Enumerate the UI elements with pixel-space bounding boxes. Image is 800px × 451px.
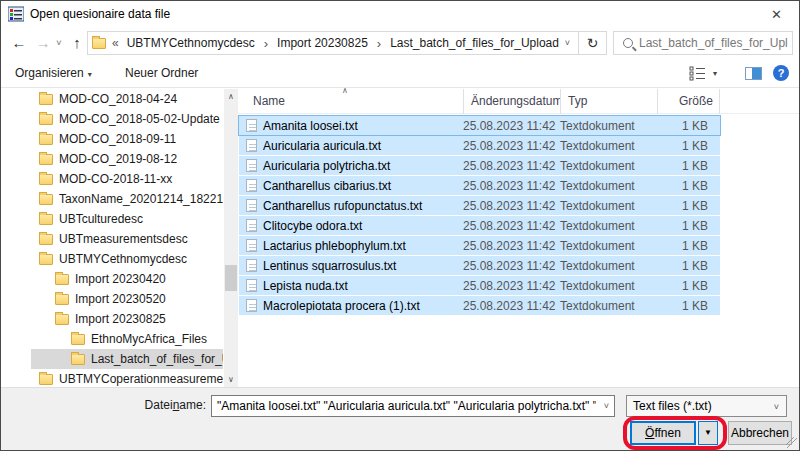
tree-item-label: MOD-CO_2019-08-12 bbox=[59, 149, 177, 169]
back-icon[interactable]: ← bbox=[9, 31, 29, 55]
close-icon[interactable]: ✕ bbox=[754, 1, 799, 27]
up-icon[interactable]: ↑ bbox=[67, 31, 87, 55]
text-file-icon bbox=[246, 139, 257, 152]
breadcrumb-separator: › bbox=[370, 36, 388, 51]
tree-item[interactable]: UBTmeasurementsdesc bbox=[31, 229, 223, 249]
file-type: Textdokument bbox=[560, 279, 657, 293]
column-header-date[interactable]: Änderungsdatum bbox=[464, 89, 561, 114]
tree-item[interactable]: UBTMYCethnomycdesc bbox=[31, 249, 223, 269]
tree-item[interactable]: MOD-CO-2018-11-xx bbox=[31, 169, 223, 189]
file-row[interactable]: Lactarius phlebophylum.txt 25.08.2023 11… bbox=[239, 236, 720, 255]
file-type: Textdokument bbox=[560, 179, 657, 193]
tree-scrollbar[interactable]: ∧ ∨ bbox=[224, 89, 238, 387]
filename-input[interactable] bbox=[211, 395, 615, 417]
file-name: Lepista nuda.txt bbox=[263, 279, 463, 293]
forward-icon[interactable]: → bbox=[33, 31, 53, 55]
folder-icon bbox=[39, 214, 53, 225]
address-bar[interactable]: « UBTMYCethnomycdesc › Import 20230825 ›… bbox=[87, 31, 579, 55]
file-size: 1 KB bbox=[657, 199, 712, 213]
history-chevron-icon[interactable]: ˅ bbox=[53, 31, 65, 55]
file-name: Macrolepiotata procera (1).txt bbox=[263, 299, 463, 313]
organize-menu[interactable]: Organisieren▾ bbox=[9, 59, 98, 87]
filetype-dropdown-icon: ˅ bbox=[774, 397, 779, 417]
file-row[interactable]: Cantharellus rufopunctatus.txt 25.08.202… bbox=[239, 196, 720, 215]
file-size: 1 KB bbox=[657, 119, 712, 133]
navigation-row: ← → ˅ ↑ « UBTMYCethnomycdesc › Import 20… bbox=[1, 27, 799, 59]
file-date: 25.08.2023 11:42 bbox=[463, 219, 560, 233]
search-box[interactable] bbox=[613, 31, 793, 55]
column-header-name[interactable]: Name bbox=[246, 89, 464, 114]
tree-item[interactable]: MOD-CO_2018-09-11 bbox=[31, 129, 223, 149]
text-file-icon bbox=[246, 239, 257, 252]
resize-grip[interactable] bbox=[786, 437, 797, 448]
file-row[interactable]: Amanita loosei.txt 25.08.2023 11:42 Text… bbox=[239, 116, 720, 135]
refresh-button[interactable]: ↻ bbox=[579, 31, 607, 55]
file-row[interactable]: Auricularia polytricha.txt 25.08.2023 11… bbox=[239, 156, 720, 175]
new-folder-button[interactable]: Neuer Ordner bbox=[119, 59, 204, 87]
tree-item[interactable]: UBTMYCoperationmeasurementsdes bbox=[31, 369, 223, 387]
search-input[interactable] bbox=[639, 36, 792, 50]
search-icon bbox=[623, 38, 633, 48]
tree-item[interactable]: UBTculturedesc bbox=[31, 209, 223, 229]
view-list-icon[interactable] bbox=[689, 66, 707, 81]
filename-label: Dateiname: bbox=[1, 398, 206, 412]
scroll-up-icon[interactable]: ∧ bbox=[224, 89, 238, 104]
folder-icon bbox=[39, 114, 53, 125]
tree-item[interactable]: MOD-CO_2018-05-02-Update bbox=[31, 109, 223, 129]
open-split-arrow-icon[interactable]: ▼ bbox=[698, 421, 718, 445]
folder-icon bbox=[39, 174, 53, 185]
file-date: 25.08.2023 11:42 bbox=[463, 299, 560, 313]
file-type: Textdokument bbox=[560, 199, 657, 213]
folder-icon bbox=[55, 294, 69, 305]
command-bar: Organisieren▾ Neuer Ordner ▾ ? bbox=[1, 59, 799, 88]
cancel-button[interactable]: Abbrechen bbox=[728, 421, 792, 445]
file-row[interactable]: Lepista nuda.txt 25.08.2023 11:42 Textdo… bbox=[239, 276, 720, 295]
tree-item[interactable]: Import 20230420 bbox=[31, 269, 223, 289]
tree-item[interactable]: Last_batch_of_files_for_Upload bbox=[31, 349, 223, 369]
tree-item-label: UBTMYCethnomycdesc bbox=[59, 249, 187, 269]
address-dropdown-icon[interactable]: ˅ bbox=[565, 38, 570, 48]
list-header: ∧ Name Änderungsdatum Typ Größe bbox=[239, 89, 799, 114]
breadcrumb-segment[interactable]: Last_batch_of_files_for_Upload bbox=[388, 36, 561, 50]
breadcrumb-segment[interactable]: UBTMYCethnomycdesc bbox=[125, 36, 257, 50]
tree-item[interactable]: MOD-CO_2018-04-24 bbox=[31, 89, 223, 109]
breadcrumb-overflow[interactable]: « bbox=[112, 36, 119, 50]
preview-pane-icon[interactable] bbox=[745, 67, 762, 80]
file-row[interactable]: Macrolepiotata procera (1).txt 25.08.202… bbox=[239, 296, 720, 315]
view-options-chevron-icon[interactable]: ▾ bbox=[713, 69, 717, 78]
file-type: Textdokument bbox=[560, 139, 657, 153]
tree-item[interactable]: Import 20230520 bbox=[31, 289, 223, 309]
scrollbar-thumb[interactable] bbox=[225, 265, 237, 291]
filetype-value: Text files (*.txt) bbox=[633, 399, 712, 413]
text-file-icon bbox=[246, 279, 257, 292]
scroll-down-icon[interactable]: ∨ bbox=[224, 372, 238, 387]
tree-item[interactable]: Import 20230825 bbox=[31, 309, 223, 329]
file-row[interactable]: Clitocybe odora.txt 25.08.2023 11:42 Tex… bbox=[239, 216, 720, 235]
tree-item-label: EthnoMycAfrica_Files bbox=[91, 329, 207, 349]
file-row[interactable]: Cantharellus cibarius.txt 25.08.2023 11:… bbox=[239, 176, 720, 195]
file-size: 1 KB bbox=[657, 159, 712, 173]
column-header-size[interactable]: Größe bbox=[658, 89, 720, 114]
filetype-select[interactable]: Text files (*.txt) ˅ bbox=[626, 395, 787, 417]
file-type: Textdokument bbox=[560, 119, 657, 133]
column-header-type[interactable]: Typ bbox=[561, 89, 658, 114]
tree-item[interactable]: TaxonName_20201214_182216 bbox=[31, 189, 223, 209]
help-icon[interactable]: ? bbox=[773, 65, 789, 81]
file-type: Textdokument bbox=[560, 239, 657, 253]
open-button[interactable]: Öffnen bbox=[630, 421, 696, 445]
file-row[interactable]: Lentinus squarrosulus.txt 25.08.2023 11:… bbox=[239, 256, 720, 275]
window-title: Open quesionaire data file bbox=[30, 7, 170, 21]
folder-icon bbox=[39, 154, 53, 165]
file-date: 25.08.2023 11:42 bbox=[463, 179, 560, 193]
file-size: 1 KB bbox=[657, 139, 712, 153]
file-date: 25.08.2023 11:42 bbox=[463, 119, 560, 133]
tree-item[interactable]: MOD-CO_2019-08-12 bbox=[31, 149, 223, 169]
breadcrumb-segment[interactable]: Import 20230825 bbox=[275, 36, 370, 50]
folder-icon bbox=[71, 354, 85, 365]
file-size: 1 KB bbox=[657, 299, 712, 313]
tree-item-label: UBTMYCoperationmeasurementsdes bbox=[59, 369, 223, 387]
file-type: Textdokument bbox=[560, 299, 657, 313]
filename-dropdown-icon[interactable]: ˅ bbox=[604, 401, 609, 411]
tree-item[interactable]: EthnoMycAfrica_Files bbox=[31, 329, 223, 349]
file-row[interactable]: Auricularia auricula.txt 25.08.2023 11:4… bbox=[239, 136, 720, 155]
